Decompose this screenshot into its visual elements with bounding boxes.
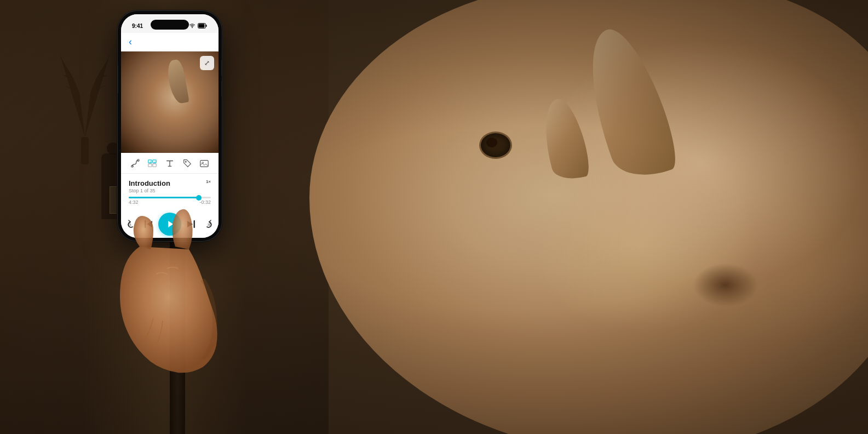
hand-svg	[107, 164, 230, 384]
rhino-nostril	[693, 263, 758, 307]
volume-down-button[interactable]	[221, 81, 222, 96]
rhino-eye	[479, 132, 512, 159]
volume-up-button[interactable]	[221, 60, 222, 76]
back-button[interactable]: ‹	[129, 36, 132, 48]
wifi-icon	[189, 23, 196, 28]
svg-rect-0	[81, 137, 89, 164]
svg-rect-2	[206, 25, 207, 27]
expand-button[interactable]: ⤢	[200, 56, 214, 70]
expand-icon: ⤢	[204, 59, 210, 67]
phone-nav-bar: ‹	[121, 33, 219, 52]
phone-pill	[151, 20, 189, 30]
svg-rect-3	[199, 24, 205, 28]
phone-rhino-horn	[165, 59, 189, 105]
svg-point-12	[185, 161, 187, 162]
battery-icon	[198, 23, 208, 28]
power-button[interactable]	[118, 66, 118, 93]
rhino-texture	[309, 0, 868, 434]
phone-container: 9:41	[107, 11, 230, 384]
ar-view: ⤢	[121, 52, 219, 153]
status-time: 9:41	[132, 23, 143, 29]
